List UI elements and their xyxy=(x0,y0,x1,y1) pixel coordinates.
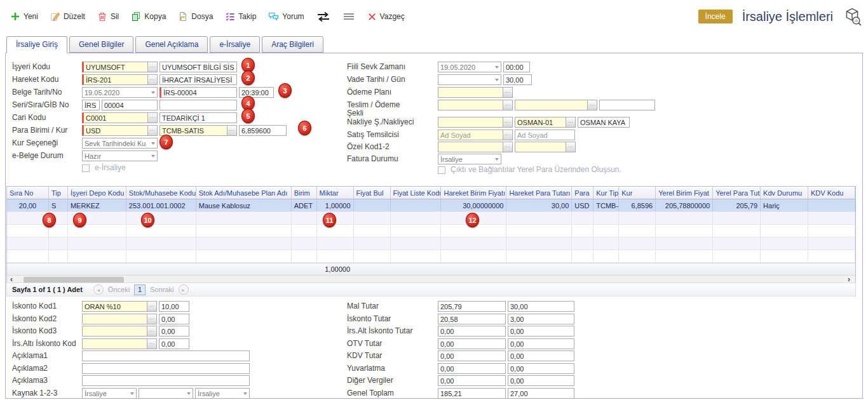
ozel-kod2-input-lookup-button[interactable]: ··· xyxy=(566,142,575,152)
sil-button[interactable]: Sil xyxy=(97,11,119,22)
odeme-sekli-adi-input[interactable] xyxy=(599,100,655,110)
dosya-button[interactable]: Dosya xyxy=(178,11,213,22)
empty-cell xyxy=(713,250,761,262)
satis-temsilcisi-input[interactable]: Ad Soyad··· xyxy=(438,130,513,140)
callout-badge-11: 11 xyxy=(323,213,336,227)
genel-toplam-yerel-input[interactable]: 185,21 xyxy=(438,388,506,399)
column-header-kdv-durumu[interactable]: Kdv Durumu xyxy=(761,187,808,199)
column-header-tip[interactable]: Tip xyxy=(49,187,68,199)
column-header-stok-adi[interactable]: Stok Adı/Muhasebe Plan Adı xyxy=(196,187,292,199)
grid-row-selected[interactable]: 20,00SMERKEZ253.001.001.0002Mause Kablos… xyxy=(7,199,855,212)
mal-tutar-doviz-input[interactable]: 30,00 xyxy=(508,301,574,312)
fiili-sevk-saati-input[interactable]: 00:00 xyxy=(503,62,530,72)
nakliye-sirketi-input[interactable]: ··· xyxy=(438,117,513,128)
column-header-hareket-para-tutari[interactable]: Hareket Para Tutarı xyxy=(506,187,572,199)
tab-e-irsaliye[interactable]: e-İrsaliye xyxy=(210,36,260,53)
iskonto-tutar-doviz-input[interactable]: 3,00 xyxy=(508,314,574,324)
column-header-sira-no[interactable]: Sıra No xyxy=(7,187,49,199)
column-header-kdv-kodu[interactable]: KDV Kodu xyxy=(808,187,855,199)
column-header-isyeri-depo-kodu[interactable]: İşyeri Depo Kodu xyxy=(68,187,126,199)
mal-tutar-yerel-input[interactable]: 205,79 xyxy=(438,301,506,312)
empty-cell xyxy=(126,237,196,250)
empty-cell xyxy=(619,250,656,262)
current-page-box[interactable]: 1 xyxy=(134,284,146,295)
grid-empty-row[interactable] xyxy=(7,225,855,237)
product-search-icon[interactable] xyxy=(843,7,862,26)
mal-tutar-label: Mal Tutar xyxy=(347,302,436,310)
diger-vergiler-yerel-input[interactable]: 0,00 xyxy=(438,375,506,386)
nakliyeci-kodu-input-lookup-button[interactable]: ··· xyxy=(566,117,575,127)
nakliyeci-kodu-input[interactable]: OSMAN-01··· xyxy=(515,117,576,128)
kdv-tutar-yerel-input[interactable]: 0,00 xyxy=(438,350,506,361)
prev-page-icon[interactable]: ◀ xyxy=(93,284,104,295)
prev-page-label[interactable]: Önceki xyxy=(108,286,130,293)
vazgec-button[interactable]: Vazgeç xyxy=(367,12,405,22)
tab-arac-bilgileri[interactable]: Araç Bilgileri xyxy=(262,36,323,53)
grid-empty-row[interactable] xyxy=(7,237,855,250)
vade-tarihi-select[interactable] xyxy=(438,74,501,85)
cikti-yerel-para-checkbox[interactable] xyxy=(438,166,445,174)
otv-tutar-yerel-input[interactable]: 0,00 xyxy=(438,338,506,349)
column-header-para[interactable]: Para xyxy=(572,187,593,199)
nakliye-sirketi-input-lookup-button[interactable]: ··· xyxy=(503,117,512,127)
genel-toplam-doviz-input[interactable]: 27,00 xyxy=(508,388,574,399)
incele-button[interactable]: İncele xyxy=(698,10,733,23)
nakliyeci-adi-input[interactable]: OSMAN KAYA xyxy=(578,117,630,128)
callout-badge-12: 12 xyxy=(466,213,479,227)
odeme-plani-input[interactable]: ··· xyxy=(438,87,513,98)
kdv-tutar-doviz-input[interactable]: 0,00 xyxy=(508,350,574,361)
fiili-sevk-tarihi-select[interactable]: 19.05.2020 xyxy=(438,62,501,72)
grid-empty-row[interactable] xyxy=(7,250,855,263)
column-header-kur[interactable]: Kur xyxy=(619,187,656,199)
teslim-sekli-input[interactable]: ··· xyxy=(438,100,513,110)
yuvarlatma-yerel-input[interactable]: 0,00 xyxy=(438,363,506,374)
empty-cell xyxy=(196,225,292,237)
irs-alt-iskonto-tutar-yerel-input[interactable]: 0,00 xyxy=(438,326,506,337)
iskonto-tutar-yerel-input[interactable]: 20,58 xyxy=(438,314,506,324)
diger-vergiler-label: Diğer Vergiler xyxy=(347,377,436,385)
satis-temsilcisi-adi-input[interactable]: Ad Soyad xyxy=(515,130,575,140)
next-page-label[interactable]: Sonraki xyxy=(150,286,173,293)
diger-vergiler-doviz-input[interactable]: 0,00 xyxy=(508,375,574,386)
tab-irsaliye-giris[interactable]: İrsaliye Giriş xyxy=(6,36,67,53)
next-page-icon[interactable]: ▶ xyxy=(179,284,189,295)
vade-gun-input[interactable]: 30,00 xyxy=(503,74,532,85)
duzelt-button[interactable]: Düzelt xyxy=(50,11,85,22)
column-header-birim[interactable]: Birim xyxy=(292,187,317,199)
transfer-button[interactable] xyxy=(316,11,330,22)
empty-cell xyxy=(506,237,572,250)
callout-badge-9: 9 xyxy=(73,213,86,227)
yorum-button[interactable]: Yorum xyxy=(268,11,304,22)
odeme-sekli-input[interactable]: ··· xyxy=(515,100,597,110)
column-header-miktar[interactable]: Miktar xyxy=(317,187,354,199)
fatura-durumu-select[interactable]: İrsaliye xyxy=(438,154,501,164)
yeni-button[interactable]: Yeni xyxy=(10,11,38,22)
column-header-hareket-birim-fiyati[interactable]: Hareket Birim Fiyatı xyxy=(441,187,506,199)
column-header-fiyat-bul[interactable]: Fiyat Bul xyxy=(354,187,391,199)
empty-cell xyxy=(354,237,391,250)
empty-cell xyxy=(391,225,442,237)
ozel-kod1-input-lookup-button[interactable]: ··· xyxy=(503,142,512,152)
toolbar-buttons: Yeni Düzelt Sil Kopya Dosya Takip xyxy=(0,11,405,22)
takip-button[interactable]: Takip xyxy=(225,11,256,22)
column-header-yerel-para-tutari[interactable]: Yerel Para Tutarı xyxy=(713,187,761,199)
column-header-stok-muhasebe-kodu[interactable]: Stok/Muhasebe Kodu xyxy=(126,187,196,199)
tab-genel-bilgiler[interactable]: Genel Bilgiler xyxy=(69,36,133,53)
odeme-plani-input-lookup-button[interactable]: ··· xyxy=(503,88,512,97)
otv-tutar-doviz-input[interactable]: 0,00 xyxy=(508,338,574,349)
ozel-kod1-input[interactable]: ··· xyxy=(438,142,513,152)
column-header-yerel-birim-fiyat[interactable]: Yerel Birim Fiyat xyxy=(656,187,713,199)
tab-genel-aciklama[interactable]: Genel Açıklama xyxy=(135,36,208,53)
cell-tip: S xyxy=(49,199,68,211)
column-header-fiyat-liste-kodu[interactable]: Fiyat Liste Kodu xyxy=(391,187,442,199)
kopya-button[interactable]: Kopya xyxy=(131,11,166,22)
satis-temsilcisi-input-lookup-button[interactable]: ··· xyxy=(503,130,512,140)
menu-button[interactable] xyxy=(342,11,355,22)
ozel-kod2-input[interactable]: ··· xyxy=(515,142,576,152)
irs-alt-iskonto-tutar-doviz-input[interactable]: 0,00 xyxy=(508,326,574,337)
yuvarlatma-doviz-input[interactable]: 0,00 xyxy=(508,363,574,374)
column-header-kur-tipi[interactable]: Kur Tipi xyxy=(593,187,619,199)
odeme-sekli-input-lookup-button[interactable]: ··· xyxy=(587,100,597,110)
teslim-sekli-input-lookup-button[interactable]: ··· xyxy=(503,100,512,110)
grid-empty-row[interactable] xyxy=(7,212,855,225)
